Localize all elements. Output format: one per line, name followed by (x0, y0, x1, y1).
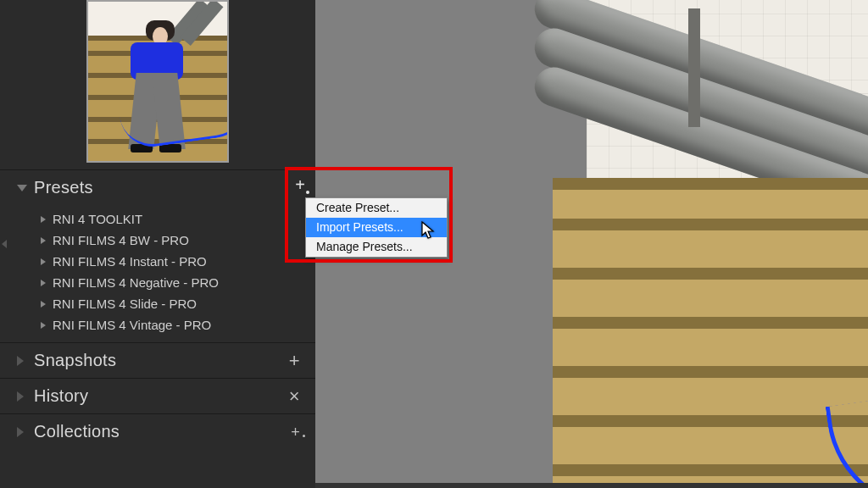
main-photo (587, 0, 868, 483)
snapshots-title: Snapshots (34, 351, 116, 370)
chevron-down-icon (17, 185, 27, 191)
menu-item-manage-presets[interactable]: Manage Presets... (306, 237, 447, 257)
collections-header[interactable]: Collections + (0, 414, 315, 449)
preset-folder[interactable]: RNI FILMS 4 Instant - PRO (0, 251, 315, 272)
plus-icon: + (295, 175, 305, 195)
preset-list: RNI 4 TOOLKIT RNI FILMS 4 BW - PRO RNI F… (0, 205, 315, 342)
collections-section: Collections + (0, 413, 315, 449)
chevron-right-icon (17, 427, 24, 437)
preset-folder-label: RNI FILMS 4 Negative - PRO (53, 275, 219, 290)
navigator-thumbnail[interactable] (86, 0, 229, 163)
navigator-thumbnail-area (0, 0, 315, 169)
chevron-right-icon (17, 391, 24, 402)
presets-plus-button[interactable]: + (290, 175, 310, 195)
preset-folder[interactable]: RNI FILMS 4 Vintage - PRO (0, 314, 315, 336)
presets-context-menu: Create Preset... Import Presets... Manag… (305, 197, 448, 258)
chevron-right-icon (41, 280, 46, 286)
chevron-right-icon (17, 356, 24, 366)
chevron-right-icon (41, 216, 46, 223)
horizontal-scrollbar[interactable] (315, 483, 868, 488)
history-section: History × (0, 378, 315, 413)
preset-folder-label: RNI FILMS 4 Slide - PRO (53, 297, 197, 311)
menu-item-import-presets[interactable]: Import Presets... (306, 218, 447, 237)
preset-folder-label: RNI FILMS 4 Vintage - PRO (53, 318, 211, 332)
history-header[interactable]: History × (0, 379, 315, 413)
preset-folder[interactable]: RNI 4 TOOLKIT (0, 208, 315, 230)
presets-section: Presets + RNI 4 TOOLKIT RNI FILMS 4 BW -… (0, 169, 315, 342)
presets-header[interactable]: Presets + (0, 170, 315, 205)
preset-folder[interactable]: RNI FILMS 4 BW - PRO (0, 230, 315, 251)
chevron-right-icon (41, 322, 46, 329)
snapshots-section: Snapshots + (0, 342, 315, 378)
history-title: History (34, 386, 88, 406)
snapshots-header[interactable]: Snapshots + (0, 343, 315, 378)
preset-folder-label: RNI FILMS 4 Instant - PRO (53, 254, 207, 269)
add-collection-icon[interactable]: + (287, 424, 303, 440)
left-panel: Presets + RNI 4 TOOLKIT RNI FILMS 4 BW -… (0, 0, 315, 488)
menu-item-create-preset[interactable]: Create Preset... (306, 198, 447, 218)
add-snapshot-icon[interactable]: + (286, 352, 303, 370)
preset-folder[interactable]: RNI FILMS 4 Negative - PRO (0, 272, 315, 293)
preset-folder[interactable]: RNI FILMS 4 Slide - PRO (0, 293, 315, 314)
preset-folder-label: RNI 4 TOOLKIT (53, 212, 142, 226)
chevron-right-icon (41, 237, 46, 244)
dropdown-indicator-icon (306, 191, 309, 194)
collections-title: Collections (34, 422, 120, 441)
preset-folder-label: RNI FILMS 4 BW - PRO (53, 233, 189, 247)
panel-expand-tab[interactable] (0, 230, 8, 258)
chevron-right-icon (41, 258, 46, 265)
chevron-right-icon (41, 301, 46, 308)
presets-title: Presets (34, 178, 93, 197)
clear-history-icon[interactable]: × (286, 387, 303, 406)
